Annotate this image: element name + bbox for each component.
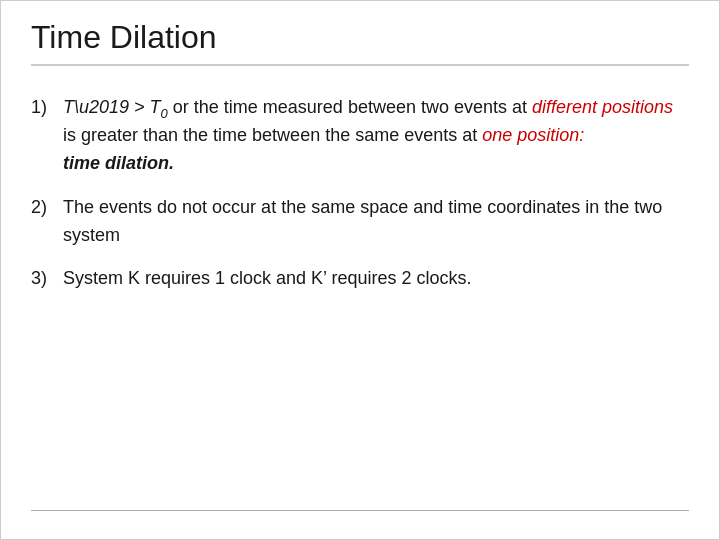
one-position-text: one position: (482, 125, 584, 145)
point-2: 2) The events do not occur at the same s… (31, 194, 689, 250)
time-dilation-label: time dilation. (63, 153, 174, 173)
point-3: 3) System K requires 1 clock and K’ requ… (31, 265, 689, 293)
slide-title: Time Dilation (31, 19, 689, 66)
slide-container: Time Dilation 1) T\u2019 > T0 or the tim… (0, 0, 720, 540)
bottom-divider (31, 510, 689, 511)
point-2-text: The events do not occur at the same spac… (63, 194, 689, 250)
content-section: 1) T\u2019 > T0 or the time measured bet… (31, 94, 689, 293)
title-section: Time Dilation (31, 19, 689, 66)
point-3-text: System K requires 1 clock and K’ require… (63, 265, 689, 293)
point-1: 1) T\u2019 > T0 or the time measured bet… (31, 94, 689, 178)
point-1-number: 1) (31, 94, 63, 122)
point-2-number: 2) (31, 194, 63, 222)
point-1-text: T\u2019 > T0 or the time measured betwee… (63, 94, 689, 178)
different-positions-text: different positions (532, 97, 673, 117)
point-3-number: 3) (31, 265, 63, 293)
